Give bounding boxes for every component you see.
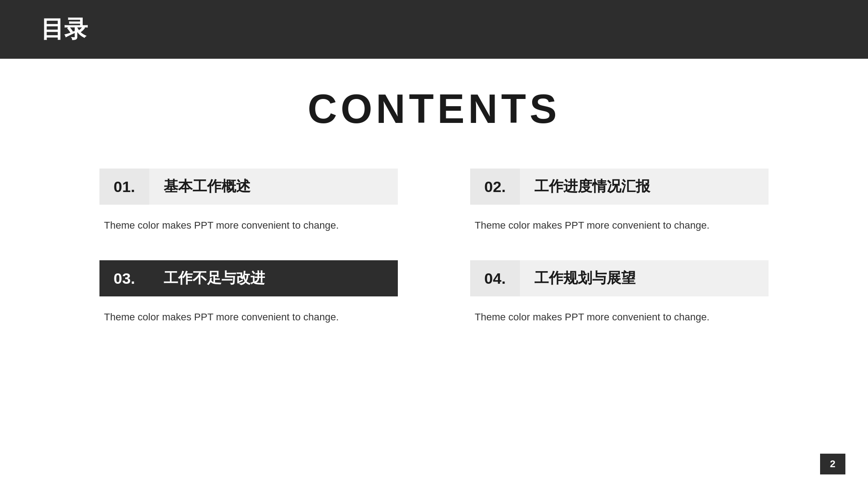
content-item-01: 01. 基本工作概述 Theme color makes PPT more co… (99, 169, 398, 233)
item-title-box-01: 基本工作概述 (149, 169, 398, 205)
item-description-03: Theme color makes PPT more convenient to… (99, 309, 398, 325)
item-number-box-02: 02. (470, 169, 520, 205)
item-title-04: 工作规划与展望 (534, 268, 636, 288)
header-bar: 目录 (0, 0, 868, 59)
item-number-03: 03. (113, 270, 135, 287)
contents-heading: CONTENTS (308, 86, 561, 132)
item-title-box-03: 工作不足与改进 (149, 260, 398, 296)
item-title-03: 工作不足与改进 (164, 268, 265, 288)
item-description-01: Theme color makes PPT more convenient to… (99, 217, 398, 233)
item-title-box-02: 工作进度情况汇报 (520, 169, 769, 205)
content-item-02: 02. 工作进度情况汇报 Theme color makes PPT more … (470, 169, 769, 233)
content-item-04: 04. 工作规划与展望 Theme color makes PPT more c… (470, 260, 769, 325)
content-item-03: 03. 工作不足与改进 Theme color makes PPT more c… (99, 260, 398, 325)
item-number-box-01: 01. (99, 169, 149, 205)
item-header-04: 04. 工作规划与展望 (470, 260, 769, 296)
item-number-box-04: 04. (470, 260, 520, 296)
item-header-01: 01. 基本工作概述 (99, 169, 398, 205)
header-title: 目录 (41, 14, 88, 45)
main-content: CONTENTS 01. 基本工作概述 Theme color makes PP… (0, 59, 868, 325)
items-grid: 01. 基本工作概述 Theme color makes PPT more co… (81, 169, 787, 325)
item-number-box-03: 03. (99, 260, 149, 296)
item-description-04: Theme color makes PPT more convenient to… (470, 309, 769, 325)
item-title-02: 工作进度情况汇报 (534, 177, 650, 197)
item-title-box-04: 工作规划与展望 (520, 260, 769, 296)
item-title-01: 基本工作概述 (164, 177, 250, 197)
item-header-02: 02. 工作进度情况汇报 (470, 169, 769, 205)
item-number-02: 02. (484, 178, 505, 196)
item-description-02: Theme color makes PPT more convenient to… (470, 217, 769, 233)
item-header-03: 03. 工作不足与改进 (99, 260, 398, 296)
item-number-01: 01. (113, 178, 135, 196)
page-number: 2 (820, 454, 845, 474)
item-number-04: 04. (484, 270, 505, 287)
